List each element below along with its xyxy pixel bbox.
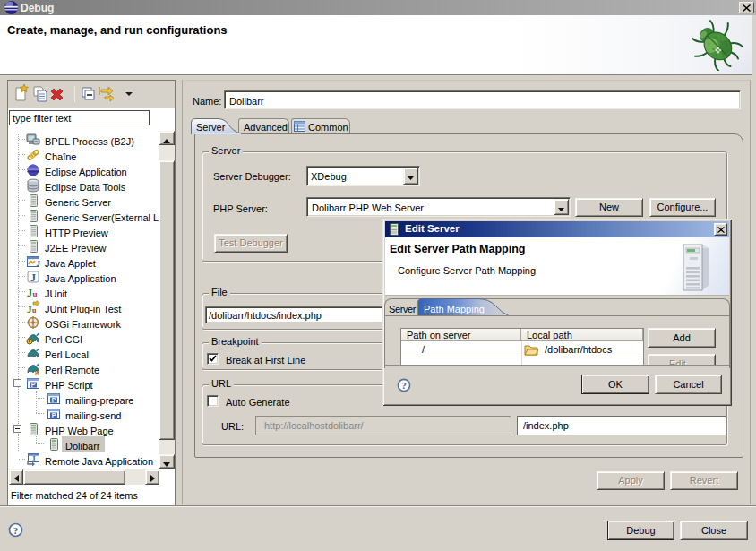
- svg-text:P: P: [52, 412, 56, 418]
- svg-text:J: J: [37, 259, 41, 268]
- svg-text:P: P: [52, 397, 56, 403]
- svg-text:?: ?: [401, 381, 406, 391]
- svg-text:J: J: [30, 271, 36, 284]
- svg-text:u: u: [32, 306, 37, 314]
- svg-text:?: ?: [13, 525, 19, 536]
- svg-text:J: J: [32, 455, 36, 463]
- svg-text:u: u: [33, 289, 38, 298]
- svg-text:J: J: [27, 287, 32, 299]
- svg-text:P: P: [31, 382, 36, 388]
